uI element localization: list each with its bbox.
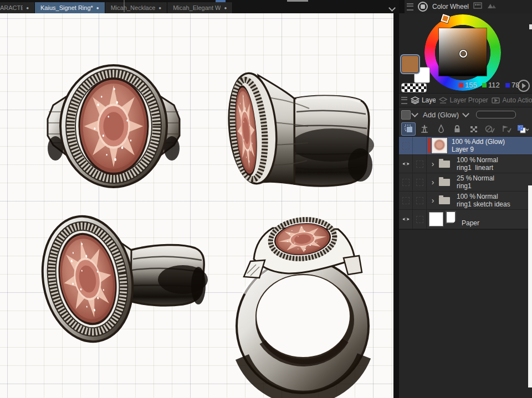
folder-icon [439,161,450,168]
layer-opacity: 100 % [457,193,475,200]
layer-row-ring1-lineart[interactable]: › 100 % Normal ring1 lineart [399,155,532,173]
visibility-cell[interactable] [399,155,413,173]
lighthouse-icon [420,124,429,134]
chevron-down-icon [411,110,418,117]
panel-edge-line [124,0,125,12]
expand-arrow-icon[interactable]: › [429,178,437,187]
doc-tab-character[interactable]: ARACTER AC ● [0,2,35,13]
transparent-color-swatch[interactable] [401,83,427,92]
color-mixing-tab-icon[interactable] [487,2,497,12]
tab-auto-action[interactable]: Auto Action [492,96,532,104]
canvas-artwork [0,13,393,398]
layer-color-button[interactable] [516,123,529,135]
folder-icon [439,197,450,204]
tab-color-wheel[interactable]: Color Wheel [432,3,469,11]
panel-grip-icon[interactable] [407,3,413,11]
color-set-tab-icon[interactable] [473,2,482,12]
layer-row-ring1-sketch-ideas[interactable]: › 100 % Normal ring1 sketch ideas [399,192,532,210]
visibility-empty-icon [402,142,410,149]
expand-arrow-icon[interactable]: › [429,159,437,168]
checkbox-empty-icon [416,197,423,204]
edit-target-cell[interactable] [413,173,427,191]
right-panel: 155 112 78 Layer Layer Property [399,13,532,398]
edit-target-cell[interactable] [413,155,427,173]
edit-target-cell[interactable] [413,210,427,229]
checkerboard-lock-icon [469,124,479,134]
layer-row-ring1[interactable]: › 25 % Normal ring1 [399,173,532,192]
layer-thumbnail[interactable] [432,138,447,153]
enable-mask-button[interactable] [483,123,497,135]
color-wheel-mode-button[interactable] [518,80,530,92]
color-wheel-panel: 155 112 78 [399,13,532,94]
expand-arrow-icon[interactable]: › [429,196,437,205]
blend-mode-dropdown[interactable]: Add (Glow) [423,111,468,119]
draft-layer-button[interactable] [434,123,448,135]
visibility-cell[interactable] [399,210,413,229]
toolbar-remnant-gray [287,0,308,2]
pencil-icon [415,141,424,150]
edit-target-cell[interactable] [413,192,427,209]
lock-icon [452,124,462,134]
saturation-value-cursor[interactable] [459,50,467,58]
layers-empty-area [399,229,532,398]
lock-transparent-pixels-button[interactable] [467,123,480,135]
red-chip-icon [459,83,463,87]
layer-blend-mode: Normal [477,193,498,200]
doc-tab-micah-necklace[interactable]: Micah_Necklace ● [105,2,168,13]
layer-toolbar [399,122,532,137]
layer-row-layer9[interactable]: 100 % Add (Glow) Layer 9 [399,137,532,155]
folder-icon [439,179,450,186]
layer-opacity: 100 % [452,138,470,146]
tab-layer-label: Layer [422,96,436,104]
doc-tab-kaius-signet-ring[interactable]: Kaius_Signet Ring* ● [35,2,105,13]
ruler-button[interactable] [500,123,513,135]
background-window-sliver-top [529,24,532,29]
background-window-sliver [528,185,532,387]
color-wheel-tab-icon[interactable] [418,2,428,12]
green-chip-icon [482,83,487,87]
layer-blend-mode: Normal [473,174,494,182]
doc-tab-micah-elegant[interactable]: Micah_Elegant W ● [167,2,233,13]
visibility-cell[interactable] [399,173,413,191]
layer-name: ring1 sketch ideas [457,200,510,208]
layer-row-paper[interactable]: Paper [399,210,532,229]
tab-layer-property-label: Layer Property [449,96,488,104]
doc-tab-label: ARACTER AC [0,4,23,11]
paper-layer-icon [446,211,456,224]
layer-name: Layer 9 [452,146,505,153]
unsaved-dot-icon: ● [158,6,161,11]
layer-opacity: 25 % [457,174,472,182]
layer-blend-mode: Normal [477,156,498,164]
lock-layer-button[interactable] [451,123,464,135]
layer-blend-mode: Add (Glow) [472,138,505,146]
clip-studio-window: ARACTER AC ● Kaius_Signet Ring* ● Micah_… [0,0,532,398]
edit-target-cell[interactable] [413,137,427,154]
layers-icon [411,96,420,104]
canvas[interactable] [0,13,393,398]
panel-grip-icon[interactable] [401,97,407,104]
layer-color-icon [516,124,529,134]
foreground-color-swatch[interactable] [401,55,419,73]
green-value: 112 [488,81,500,89]
rgb-readout: 155 112 78 [459,81,527,89]
reference-layer-button[interactable] [418,123,431,135]
top-bar: ARACTER AC ● Kaius_Signet Ring* ● Micah_… [0,0,532,13]
visibility-cell[interactable] [399,192,413,209]
overlap-squares-icon [403,124,413,134]
eye-icon [401,161,411,167]
color-panel-header: Color Wheel [399,0,532,13]
checkbox-empty-icon [416,216,423,223]
checkbox-empty-icon [416,179,423,186]
ring-front-view [48,65,180,187]
tab-layer[interactable]: Layer [411,96,436,104]
chevron-down-icon [462,110,469,117]
tab-layer-property[interactable]: Layer Property [439,96,488,104]
opacity-slider[interactable] [476,111,516,118]
paper-thumbnail[interactable] [429,212,443,226]
visibility-cell[interactable] [399,137,413,154]
tab-overflow-chevron-icon[interactable] [390,3,395,13]
visibility-empty-icon [402,197,410,204]
palette-color-dropdown[interactable] [401,110,417,120]
blue-chip-icon [505,83,510,87]
layer-thumbnail-display-button[interactable] [402,123,415,135]
